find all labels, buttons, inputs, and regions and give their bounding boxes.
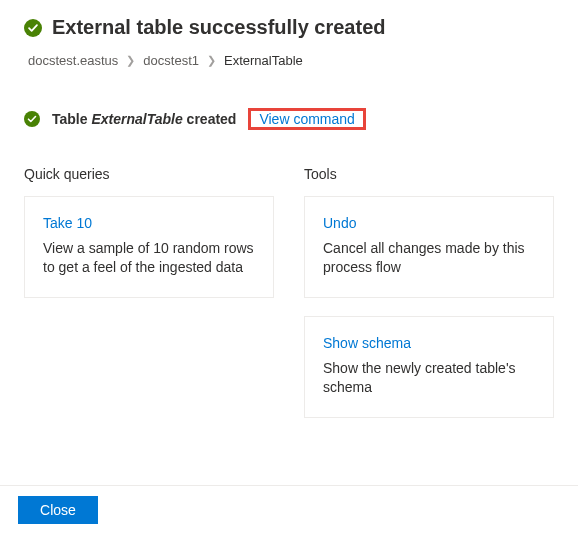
card-description: Cancel all changes made by this process … <box>323 239 535 277</box>
quick-query-card: Take 10 View a sample of 10 random rows … <box>24 196 274 298</box>
highlight-box: View command <box>248 108 365 130</box>
breadcrumb: docstest.eastus ❯ docstest1 ❯ ExternalTa… <box>28 53 554 68</box>
status-line: Table ExternalTable created View command <box>24 108 554 130</box>
section-title-tools: Tools <box>304 166 554 182</box>
svg-point-1 <box>24 111 40 127</box>
take-10-link[interactable]: Take 10 <box>43 215 255 231</box>
status-text: Table ExternalTable created <box>52 111 236 127</box>
success-check-icon <box>24 111 40 127</box>
breadcrumb-item[interactable]: docstest1 <box>143 53 199 68</box>
section-title-quick-queries: Quick queries <box>24 166 274 182</box>
success-check-icon <box>24 19 42 37</box>
tool-card: Undo Cancel all changes made by this pro… <box>304 196 554 298</box>
svg-point-0 <box>24 19 42 37</box>
breadcrumb-item-current: ExternalTable <box>224 53 303 68</box>
card-description: View a sample of 10 random rows to get a… <box>43 239 255 277</box>
show-schema-link[interactable]: Show schema <box>323 335 535 351</box>
chevron-right-icon: ❯ <box>126 54 135 67</box>
undo-link[interactable]: Undo <box>323 215 535 231</box>
view-command-link[interactable]: View command <box>251 105 362 133</box>
footer: Close <box>0 485 578 538</box>
page-title: External table successfully created <box>52 16 386 39</box>
card-description: Show the newly created table's schema <box>323 359 535 397</box>
close-button[interactable]: Close <box>18 496 98 524</box>
chevron-right-icon: ❯ <box>207 54 216 67</box>
tool-card: Show schema Show the newly created table… <box>304 316 554 418</box>
breadcrumb-item[interactable]: docstest.eastus <box>28 53 118 68</box>
page-header: External table successfully created <box>24 16 554 39</box>
quick-queries-column: Quick queries Take 10 View a sample of 1… <box>24 166 274 436</box>
tools-column: Tools Undo Cancel all changes made by th… <box>304 166 554 436</box>
